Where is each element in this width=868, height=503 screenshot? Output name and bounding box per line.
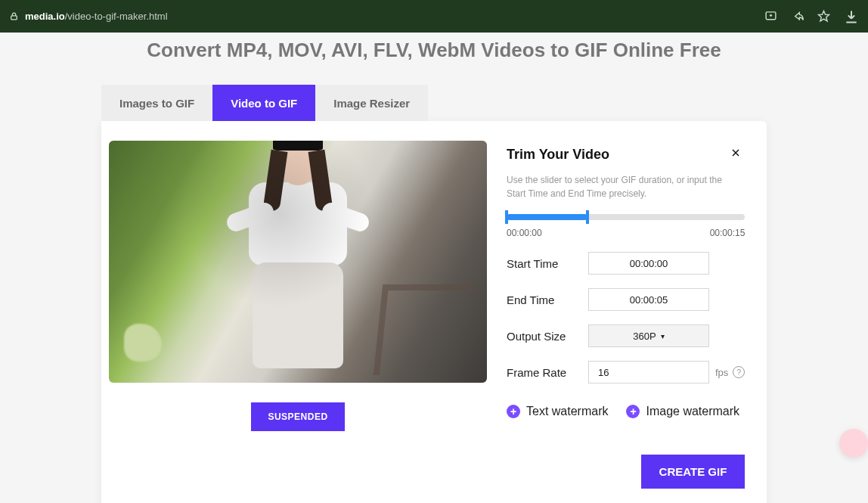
slider-handle-start[interactable] [505,210,508,224]
video-preview[interactable] [109,141,487,383]
frame-rate-input[interactable] [588,361,709,383]
tool-tabs: Images to GIF Video to GIF Image Resizer [101,85,767,121]
create-gif-button[interactable]: CREATE GIF [641,455,746,489]
plus-icon: + [626,405,640,418]
svg-marker-2 [818,11,829,20]
close-icon[interactable] [727,144,745,166]
start-time-label: Start Time [507,257,588,270]
tab-video-to-gif[interactable]: Video to GIF [212,85,315,121]
add-image-watermark[interactable]: + Image watermark [626,405,739,418]
help-icon[interactable]: ? [733,366,745,378]
end-time-input[interactable] [588,288,709,311]
url-display[interactable]: media.io/video-to-gif-maker.html [25,11,168,22]
output-size-value: 360P [633,331,656,342]
browser-actions [764,9,859,24]
trim-slider[interactable]: 00:00:00 00:00:15 [507,214,745,238]
download-icon[interactable] [844,9,859,24]
page-headline: Convert MP4, MOV, AVI, FLV, WebM Videos … [0,33,868,85]
share-icon[interactable] [791,10,804,23]
start-time-input[interactable] [588,252,709,275]
panel-description: Use the slider to select your GIF durati… [507,173,741,200]
tab-image-resizer[interactable]: Image Resizer [315,85,428,121]
suspended-button[interactable]: SUSPENDED [251,402,344,431]
frame-rate-label: Frame Rate [507,366,588,379]
text-watermark-label: Text watermark [526,405,608,418]
chevron-down-icon: ▾ [661,332,665,340]
url-path: /video-to-gif-maker.html [65,11,168,22]
help-bubble[interactable] [839,429,868,458]
tool-card: SUSPENDED Trim Your Video Use the slider… [101,121,767,503]
slider-handle-end[interactable] [586,210,589,224]
svg-rect-0 [11,16,17,20]
add-text-watermark[interactable]: + Text watermark [507,405,608,418]
preview-column: SUSPENDED [109,141,487,489]
url-host: media.io [25,11,65,22]
settings-panel: Trim Your Video Use the slider to select… [507,141,745,489]
image-watermark-label: Image watermark [646,405,739,418]
plus-icon: + [507,405,520,418]
timeline-end-label: 00:00:15 [710,228,746,238]
frame-rate-unit: fps [715,367,728,378]
browser-address-bar: media.io/video-to-gif-maker.html [0,0,868,33]
bookmark-star-icon[interactable] [817,10,830,23]
output-size-select[interactable]: 360P ▾ [588,324,709,347]
panel-title: Trim Your Video [507,147,609,163]
tab-images-to-gif[interactable]: Images to GIF [101,85,212,121]
timeline-start-label: 00:00:00 [507,228,542,238]
lock-icon [9,11,19,21]
install-app-icon[interactable] [764,10,777,23]
end-time-label: End Time [507,293,588,306]
output-size-label: Output Size [507,330,588,343]
